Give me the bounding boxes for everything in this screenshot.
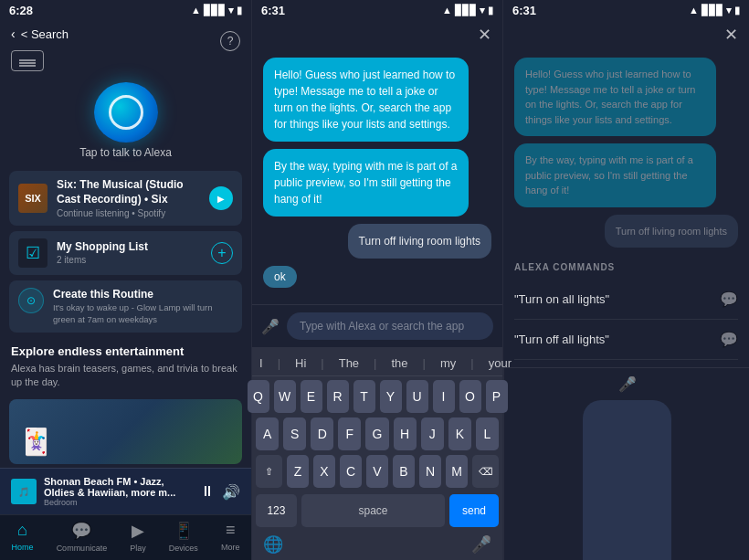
send-button[interactable]: send [449, 494, 499, 527]
nav-devices[interactable]: 📱 Devices [169, 521, 198, 553]
now-playing-text: Shonan Beach FM • Jazz, Oldies & Hawiian… [44, 476, 193, 507]
key-F[interactable]: F [338, 417, 361, 450]
backspace-key[interactable]: ⌫ [472, 455, 499, 488]
kb-bottom-row: 123 space send [252, 494, 502, 531]
key-D[interactable]: D [311, 417, 333, 450]
key-L[interactable]: L [476, 417, 499, 450]
key-X[interactable]: X [313, 455, 335, 488]
mic-button-commands[interactable]: 🎤 [618, 375, 637, 393]
close-button-commands[interactable]: ✕ [724, 25, 738, 45]
key-V[interactable]: V [366, 455, 388, 488]
key-M[interactable]: M [446, 455, 468, 488]
entertainment-card-image[interactable] [9, 399, 242, 464]
nav-more[interactable]: ≡ More [221, 521, 240, 553]
key-Y[interactable]: Y [380, 380, 402, 413]
key-T[interactable]: T [353, 380, 375, 413]
pause-icon[interactable]: ⏸ [200, 483, 215, 500]
key-G[interactable]: G [365, 417, 388, 450]
routine-card[interactable]: ⊙ Create this Routine It's okay to wake … [9, 280, 242, 333]
status-bar-commands: 6:31 ▲ ▊▊▊ ▾ ▮ [503, 0, 749, 21]
volume-icon[interactable]: 🔊 [222, 483, 240, 501]
command-item-1[interactable]: "Turn on all lights" 💬 [514, 280, 738, 320]
now-playing-controls[interactable]: ⏸ 🔊 [200, 483, 240, 501]
key-U[interactable]: U [406, 380, 428, 413]
command-item-2[interactable]: "Turn off all lights" 💬 [514, 320, 738, 360]
chat-input-field[interactable]: Type with Alexa or search the app [287, 312, 493, 340]
kb-row-3: ⇧ Z X C V B N M ⌫ [256, 455, 499, 488]
add-list-button[interactable]: + [211, 242, 233, 264]
key-123[interactable]: 123 [256, 494, 297, 527]
faded-alexa-msg-2: By the way, typing with me is part of a … [514, 143, 716, 207]
command-text-2: "Turn off all lights" [514, 333, 609, 346]
commands-header: ✕ [503, 21, 749, 50]
key-B[interactable]: B [393, 455, 415, 488]
nav-home[interactable]: ⌂ Home [12, 521, 34, 553]
suggestion-your[interactable]: your [481, 354, 519, 372]
shopping-list-card[interactable]: ☑ My Shopping List 2 items + [9, 231, 242, 275]
key-K[interactable]: K [448, 417, 471, 450]
key-Q[interactable]: Q [248, 380, 269, 413]
panel-chat: 6:31 ▲ ▊▊▊ ▾ ▮ ✕ Hello! Guess who just l… [251, 0, 502, 560]
suggestion-the[interactable]: the [384, 354, 415, 372]
keyboard-icon-home[interactable] [11, 50, 44, 71]
status-icons-chat: ▲ ▊▊▊ ▾ ▮ [442, 5, 493, 16]
now-playing-sub: Bedroom [44, 498, 193, 507]
key-I[interactable]: I [433, 380, 455, 413]
key-E[interactable]: E [301, 380, 322, 413]
key-O[interactable]: O [459, 380, 481, 413]
suggestion-The[interactable]: The [332, 354, 366, 372]
key-C[interactable]: C [340, 455, 362, 488]
alexa-message-2: By the way, typing with me is part of a … [263, 149, 469, 217]
chat-messages: Hello! Guess who just learned how to typ… [252, 50, 502, 304]
routine-card-title: Create this Routine [53, 288, 233, 302]
key-H[interactable]: H [394, 417, 417, 450]
kb-extras: 🌐 🎤 [252, 531, 502, 560]
key-S[interactable]: S [283, 417, 306, 450]
devices-icon: 📱 [174, 521, 194, 541]
music-card-sub: Continue listening • Spotify [57, 208, 200, 218]
mic-button-chat[interactable]: 🎤 [261, 318, 280, 335]
now-playing-icon: 🎵 [11, 479, 37, 504]
tap-to-talk-label[interactable]: Tap to talk to Alexa [0, 146, 251, 159]
status-icons-commands: ▲ ▊▊▊ ▾ ▮ [689, 5, 740, 16]
now-playing-bar[interactable]: 🎵 Shonan Beach FM • Jazz, Oldies & Hawii… [0, 468, 251, 514]
music-card-text: Six: The Musical (Studio Cast Recording)… [57, 178, 200, 217]
nav-communicate[interactable]: 💬 Communicate [57, 521, 108, 553]
list-card-title: My Shopping List [57, 240, 202, 255]
play-button[interactable]: ▶ [209, 186, 233, 210]
top-bar-home[interactable]: ‹ < Search [0, 21, 251, 47]
key-J[interactable]: J [421, 417, 444, 450]
suggestion-I[interactable]: I [252, 354, 270, 372]
nav-home-label: Home [12, 543, 34, 552]
key-P[interactable]: P [486, 380, 508, 413]
mic-icon-bottom[interactable]: 🎤 [471, 534, 491, 555]
key-W[interactable]: W [274, 380, 296, 413]
space-key[interactable]: space [301, 494, 445, 527]
shift-key[interactable]: ⇧ [256, 455, 282, 488]
commands-input-field[interactable]: Turn on ↑ [583, 400, 671, 560]
globe-icon-left[interactable]: 🌐 [263, 534, 283, 555]
status-bar-home: 6:28 ▲ ▊▊▊ ▾ ▮ [0, 0, 251, 21]
close-button[interactable]: ✕ [478, 25, 491, 45]
key-A[interactable]: A [256, 417, 279, 450]
user-message-1: Turn off living room lights [348, 224, 491, 259]
word-suggestions: I | Hi | The | the | my | your [252, 347, 502, 376]
commands-section: ALEXA COMMANDS "Turn on all lights" 💬 "T… [503, 255, 749, 367]
nav-devices-label: Devices [169, 544, 198, 553]
suggestion-my[interactable]: my [433, 354, 463, 372]
explore-section: Explore endless entertainment Alexa has … [0, 335, 251, 396]
commands-input-area: 🎤 Turn on ↑ I | Hi | The | the | my | yo… [503, 367, 749, 560]
faded-user-msg: Turn off living room lights [605, 215, 738, 248]
key-Z[interactable]: Z [287, 455, 309, 488]
key-R[interactable]: R [327, 380, 349, 413]
alexa-circle[interactable] [94, 82, 158, 143]
help-button[interactable]: ? [220, 31, 240, 51]
nav-play[interactable]: ▶ Play [130, 521, 146, 553]
suggestion-Hi[interactable]: Hi [288, 354, 313, 372]
explore-title: Explore endless entertainment [11, 344, 240, 358]
search-label[interactable]: < Search [21, 27, 69, 41]
key-N[interactable]: N [419, 455, 441, 488]
music-card[interactable]: SIX Six: The Musical (Studio Cast Record… [9, 171, 242, 225]
home-icon: ⌂ [17, 521, 27, 540]
back-arrow[interactable]: ‹ [11, 26, 16, 41]
